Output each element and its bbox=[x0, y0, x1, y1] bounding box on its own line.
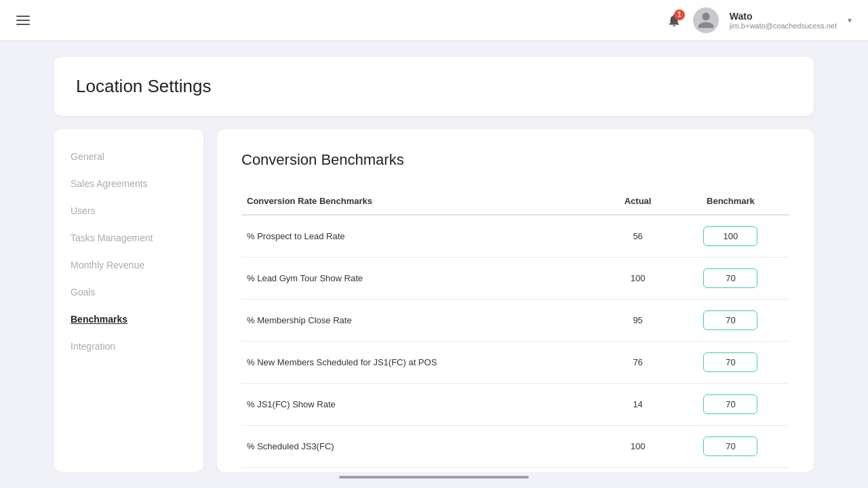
row-actual-value: 100 bbox=[604, 426, 672, 468]
row-metric-name: % JS3(FC) Show Rate bbox=[241, 468, 604, 472]
table-row: % Lead Gym Tour Show Rate100 bbox=[241, 258, 789, 300]
table-row: % Prospect to Lead Rate56 bbox=[241, 215, 789, 258]
row-metric-name: % Membership Close Rate bbox=[241, 300, 604, 342]
table-header-row: Conversion Rate Benchmarks Actual Benchm… bbox=[241, 188, 789, 215]
row-actual-value: 14 bbox=[604, 468, 672, 472]
table-row: % JS3(FC) Show Rate14 bbox=[241, 468, 789, 472]
row-actual-value: 100 bbox=[604, 258, 672, 300]
row-metric-name: % JS1(FC) Show Rate bbox=[241, 384, 604, 426]
row-metric-name: % Lead Gym Tour Show Rate bbox=[241, 258, 604, 300]
row-actual-value: 76 bbox=[604, 342, 672, 384]
row-benchmark-cell bbox=[672, 300, 789, 342]
user-info: Wato jim.b+wato@coachedsucess.net bbox=[730, 11, 837, 30]
col-header-actual: Actual bbox=[604, 188, 672, 215]
row-benchmark-cell bbox=[672, 342, 789, 384]
benchmark-input[interactable] bbox=[703, 394, 757, 414]
benchmark-input[interactable] bbox=[703, 352, 757, 372]
sidebar-item-benchmarks[interactable]: Benchmarks bbox=[54, 306, 203, 333]
table-row: % New Members Scheduled for JS1(FC) at P… bbox=[241, 342, 789, 384]
panel-title: Conversion Benchmarks bbox=[241, 151, 789, 169]
table-row: % Membership Close Rate95 bbox=[241, 300, 789, 342]
user-name: Wato bbox=[730, 11, 753, 22]
row-metric-name: % Scheduled JS3(FC) bbox=[241, 426, 604, 468]
row-benchmark-cell bbox=[672, 426, 789, 468]
user-email: jim.b+wato@coachedsucess.net bbox=[730, 22, 837, 30]
main-panel: Conversion Benchmarks Conversion Rate Be… bbox=[217, 129, 814, 472]
header: 1 Wato jim.b+wato@coachedsucess.net ▾ bbox=[0, 0, 868, 41]
sidebar-item-sales-agreements[interactable]: Sales Agreements bbox=[54, 170, 203, 197]
row-actual-value: 56 bbox=[604, 215, 672, 258]
notification-badge: 1 bbox=[674, 9, 685, 20]
page-title: Location Settings bbox=[76, 76, 792, 97]
row-benchmark-cell bbox=[672, 384, 789, 426]
sidebar-item-goals[interactable]: Goals bbox=[54, 279, 203, 306]
table-row: % Scheduled JS3(FC)100 bbox=[241, 426, 789, 468]
benchmarks-table: Conversion Rate Benchmarks Actual Benchm… bbox=[241, 188, 789, 472]
row-benchmark-cell bbox=[672, 468, 789, 472]
sidebar-item-tasks-management[interactable]: Tasks Management bbox=[54, 224, 203, 251]
header-right: 1 Wato jim.b+wato@coachedsucess.net ▾ bbox=[666, 7, 852, 33]
row-actual-value: 95 bbox=[604, 300, 672, 342]
table-row: % JS1(FC) Show Rate14 bbox=[241, 384, 789, 426]
benchmark-input[interactable] bbox=[703, 310, 757, 330]
row-benchmark-cell bbox=[672, 258, 789, 300]
header-left bbox=[16, 16, 30, 25]
avatar bbox=[693, 7, 719, 33]
notification-bell[interactable]: 1 bbox=[666, 12, 682, 28]
sidebar-item-general[interactable]: General bbox=[54, 143, 203, 170]
menu-icon[interactable] bbox=[16, 16, 30, 25]
col-header-benchmark: Benchmark bbox=[672, 188, 789, 215]
benchmark-input[interactable] bbox=[703, 436, 757, 456]
row-metric-name: % New Members Scheduled for JS1(FC) at P… bbox=[241, 342, 604, 384]
sidebar-item-users[interactable]: Users bbox=[54, 197, 203, 224]
screen: 1 Wato jim.b+wato@coachedsucess.net ▾ Lo… bbox=[0, 0, 868, 488]
benchmark-input[interactable] bbox=[703, 226, 757, 246]
main-content: Location Settings General Sales Agreemen… bbox=[0, 41, 868, 488]
row-metric-name: % Prospect to Lead Rate bbox=[241, 215, 604, 258]
row-actual-value: 14 bbox=[604, 384, 672, 426]
user-dropdown-icon[interactable]: ▾ bbox=[848, 16, 852, 25]
col-header-name: Conversion Rate Benchmarks bbox=[241, 188, 604, 215]
page-title-card: Location Settings bbox=[54, 57, 814, 116]
content-area: General Sales Agreements Users Tasks Man… bbox=[54, 129, 814, 472]
row-benchmark-cell bbox=[672, 215, 789, 258]
benchmark-input[interactable] bbox=[703, 268, 757, 288]
scroll-hint bbox=[339, 476, 529, 479]
sidebar: General Sales Agreements Users Tasks Man… bbox=[54, 129, 203, 472]
sidebar-item-monthly-revenue[interactable]: Monthly Revenue bbox=[54, 251, 203, 279]
sidebar-item-integration[interactable]: Integration bbox=[54, 333, 203, 360]
